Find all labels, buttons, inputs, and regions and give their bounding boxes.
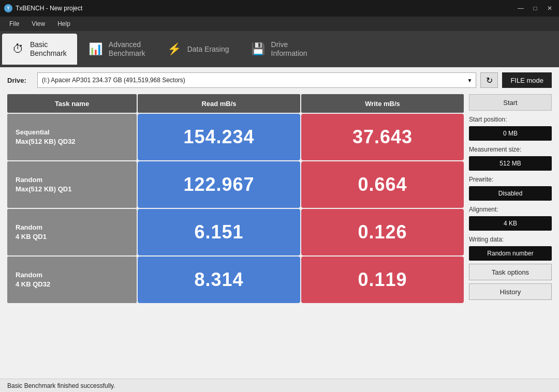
drive-label: Drive:	[7, 77, 33, 84]
drive-row: Drive: (I:) Apacer AP301 234.37 GB (491,…	[7, 72, 552, 88]
start-position-value[interactable]: 0 MB	[469, 126, 552, 141]
table-row: SequentialMax(512 KB) QD32 154.234 37.64…	[7, 114, 464, 160]
start-button[interactable]: Start	[469, 94, 552, 111]
window-controls: — □ ✕	[516, 3, 555, 13]
write-value-3: 0.126	[301, 209, 464, 255]
benchmark-layout: Task name Read mB/s Write mB/s Sequentia…	[7, 94, 552, 373]
benchmark-header: Task name Read mB/s Write mB/s	[7, 94, 464, 113]
col-header-read: Read mB/s	[138, 94, 300, 113]
write-value-2: 0.664	[301, 161, 464, 208]
write-value-4: 0.119	[301, 257, 464, 303]
write-value-1: 37.643	[301, 114, 464, 160]
tab-basic-benchmark-label: BasicBenchmark	[30, 40, 67, 58]
measurement-size-value[interactable]: 512 MB	[469, 156, 552, 171]
file-mode-button[interactable]: FILE mode	[502, 72, 552, 88]
measurement-size-label: Measurement size:	[469, 146, 552, 153]
table-row: Random4 KB QD1 6.151 0.126	[7, 209, 464, 255]
read-value-1: 154.234	[138, 114, 300, 160]
tab-advanced-benchmark[interactable]: 📊 AdvancedBenchmark	[78, 34, 156, 65]
tab-bar: ⏱ BasicBenchmark 📊 AdvancedBenchmark ⚡ D…	[0, 31, 559, 67]
menu-bar: File View Help	[0, 17, 559, 31]
prewrite-value[interactable]: Disabled	[469, 186, 552, 201]
window-title: TxBENCH - New project	[16, 5, 516, 12]
task-options-button[interactable]: Task options	[469, 264, 552, 280]
writing-data-label: Writing data:	[469, 236, 552, 243]
drive-information-icon: 💾	[251, 42, 265, 56]
drive-selector-wrapper[interactable]: (I:) Apacer AP301 234.37 GB (491,519,968…	[37, 72, 476, 88]
history-button[interactable]: History	[469, 283, 552, 300]
main-content: Drive: (I:) Apacer AP301 234.37 GB (491,…	[0, 67, 559, 379]
alignment-value[interactable]: 4 KB	[469, 216, 552, 231]
tab-basic-benchmark[interactable]: ⏱ BasicBenchmark	[2, 34, 77, 65]
writing-data-value[interactable]: Random number	[469, 246, 552, 261]
alignment-label: Alignment:	[469, 206, 552, 213]
task-label-1: SequentialMax(512 KB) QD32	[7, 114, 137, 160]
tab-advanced-benchmark-label: AdvancedBenchmark	[109, 40, 145, 58]
status-text: Basic Benchmark finished successfully.	[7, 382, 115, 389]
col-header-task: Task name	[7, 94, 137, 113]
task-label-3: Random4 KB QD1	[7, 209, 137, 255]
menu-file[interactable]: File	[4, 18, 24, 29]
menu-help[interactable]: Help	[52, 18, 76, 29]
tab-data-erasing-label: Data Erasing	[187, 45, 229, 54]
close-button[interactable]: ✕	[545, 3, 555, 13]
data-erasing-icon: ⚡	[167, 42, 181, 56]
table-row: Random4 KB QD32 8.314 0.119	[7, 257, 464, 303]
prewrite-label: Prewrite:	[469, 176, 552, 183]
advanced-benchmark-icon: 📊	[89, 42, 102, 56]
read-value-4: 8.314	[138, 257, 300, 303]
minimize-button[interactable]: —	[516, 3, 526, 13]
benchmark-table: Task name Read mB/s Write mB/s Sequentia…	[7, 94, 464, 373]
maximize-button[interactable]: □	[530, 3, 540, 13]
status-bar: Basic Benchmark finished successfully.	[0, 379, 559, 392]
right-panel: Start Start position: 0 MB Measurement s…	[469, 94, 552, 373]
tab-drive-information[interactable]: 💾 DriveInformation	[241, 34, 318, 65]
app-icon: T	[4, 4, 12, 12]
read-value-3: 6.151	[138, 209, 300, 255]
drive-select[interactable]: (I:) Apacer AP301 234.37 GB (491,519,968…	[37, 72, 476, 88]
drive-refresh-button[interactable]: ↻	[480, 72, 498, 88]
read-value-2: 122.967	[138, 161, 300, 208]
tab-data-erasing[interactable]: ⚡ Data Erasing	[157, 34, 240, 65]
basic-benchmark-icon: ⏱	[12, 42, 24, 56]
task-label-4: Random4 KB QD32	[7, 257, 137, 303]
col-header-write: Write mB/s	[301, 94, 464, 113]
menu-view[interactable]: View	[26, 18, 50, 29]
task-label-2: RandomMax(512 KB) QD1	[7, 161, 137, 208]
table-row: RandomMax(512 KB) QD1 122.967 0.664	[7, 161, 464, 208]
tab-drive-information-label: DriveInformation	[271, 40, 307, 58]
title-bar: T TxBENCH - New project — □ ✕	[0, 0, 559, 17]
start-position-label: Start position:	[469, 116, 552, 123]
